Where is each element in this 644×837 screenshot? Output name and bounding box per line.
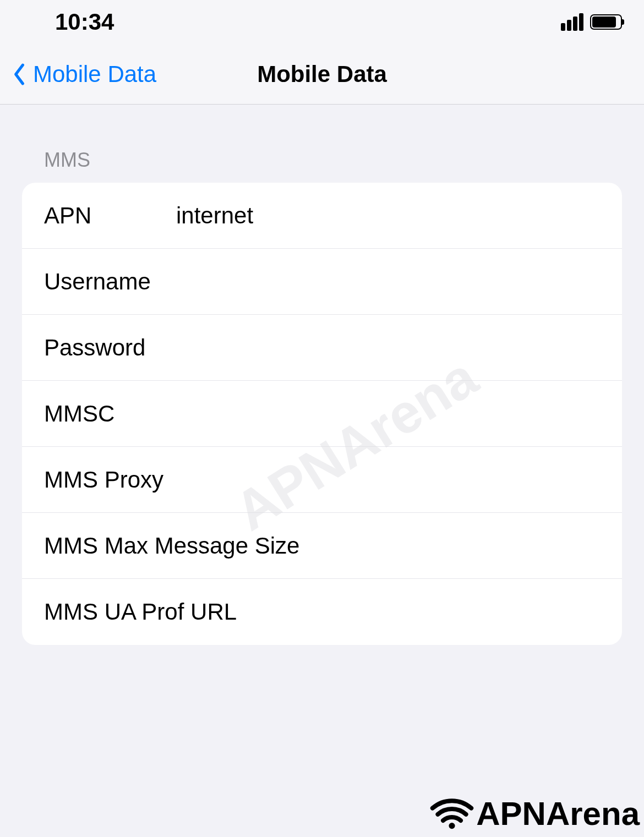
mms-max-label: MMS Max Message Size bbox=[44, 533, 299, 559]
mmsc-label: MMSC bbox=[44, 401, 176, 427]
mms-proxy-input[interactable] bbox=[176, 467, 600, 493]
username-row[interactable]: Username bbox=[22, 249, 622, 315]
mms-proxy-label: MMS Proxy bbox=[44, 467, 176, 493]
mmsc-row[interactable]: MMSC bbox=[22, 381, 622, 447]
back-label: Mobile Data bbox=[33, 61, 156, 87]
mmsc-input[interactable] bbox=[176, 401, 600, 427]
branding-logo: APNArena bbox=[430, 795, 640, 833]
password-row[interactable]: Password bbox=[22, 315, 622, 381]
apn-row[interactable]: APN bbox=[22, 183, 622, 249]
wifi-icon bbox=[430, 797, 474, 830]
mms-max-input[interactable] bbox=[299, 533, 600, 559]
status-time: 10:34 bbox=[55, 9, 114, 35]
password-input[interactable] bbox=[176, 335, 600, 361]
status-icons bbox=[561, 13, 622, 31]
mms-ua-label: MMS UA Prof URL bbox=[44, 599, 237, 625]
mms-ua-input[interactable] bbox=[237, 599, 600, 625]
status-bar: 10:34 bbox=[0, 0, 644, 44]
settings-group: APNArena APN Username Password MMSC MMS … bbox=[22, 183, 622, 645]
mms-proxy-row[interactable]: MMS Proxy bbox=[22, 447, 622, 513]
svg-point-1 bbox=[449, 823, 455, 829]
back-button[interactable]: Mobile Data bbox=[11, 61, 156, 88]
navigation-bar: Mobile Data Mobile Data bbox=[0, 44, 644, 105]
mms-max-row[interactable]: MMS Max Message Size bbox=[22, 513, 622, 579]
mms-ua-row[interactable]: MMS UA Prof URL bbox=[22, 579, 622, 645]
signal-icon bbox=[561, 13, 583, 31]
page-title: Mobile Data bbox=[257, 61, 387, 87]
password-label: Password bbox=[44, 335, 176, 361]
section-header: MMS bbox=[0, 105, 644, 183]
battery-icon bbox=[590, 14, 622, 30]
apn-input[interactable] bbox=[176, 203, 600, 229]
apn-label: APN bbox=[44, 203, 176, 229]
chevron-left-icon bbox=[11, 61, 28, 88]
username-input[interactable] bbox=[176, 269, 600, 295]
username-label: Username bbox=[44, 269, 176, 295]
